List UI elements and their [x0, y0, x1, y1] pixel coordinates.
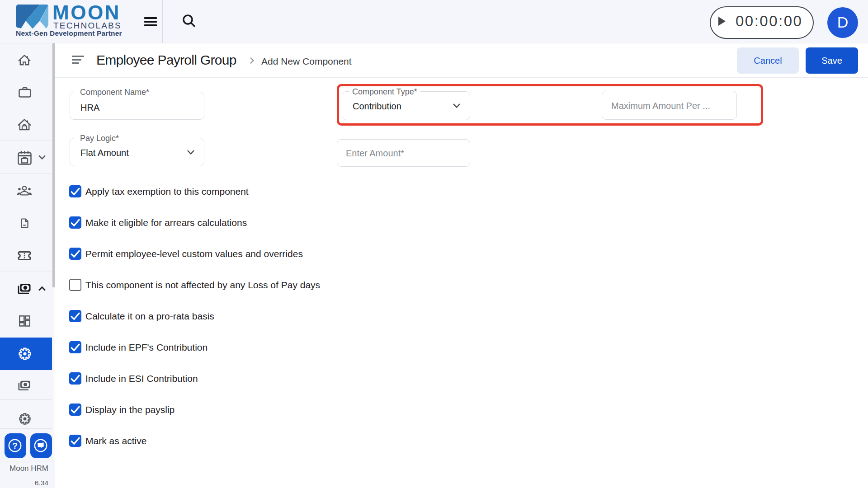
- svg-text:?: ?: [12, 441, 18, 450]
